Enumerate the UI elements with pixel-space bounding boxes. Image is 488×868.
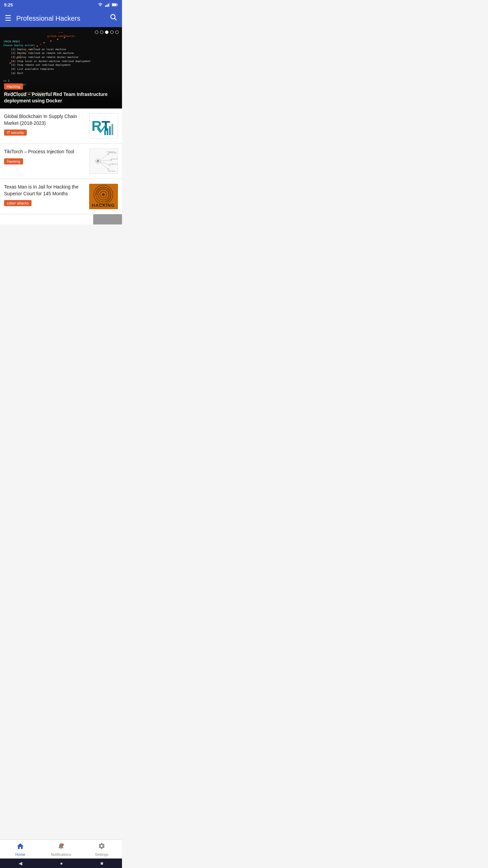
svg-rect-25 [104, 130, 106, 135]
svg-line-33 [100, 162, 109, 164]
article-tag-1: IT security [4, 130, 27, 136]
article-item-3[interactable]: Texas Man is in Jail for Hacking the Sup… [0, 179, 122, 214]
hacking-thumb-icon: HACKING [89, 184, 118, 209]
hero-dots [95, 31, 119, 34]
hero-title: RedCloud – Powerful Red Team Infrastruct… [4, 91, 118, 104]
svg-text:HACKING: HACKING [92, 203, 115, 208]
svg-line-32 [100, 160, 111, 161]
article-title-2: TikiTorch – Process Injection Tool [4, 149, 86, 155]
article-item-1[interactable]: Global Blockchain In Supply Chain Market… [0, 108, 122, 144]
dot-3 [105, 31, 108, 34]
signal-icon [105, 3, 110, 7]
battery-icon [112, 3, 118, 6]
svg-text:5 reg reads: 5 reg reads [111, 158, 118, 160]
svg-rect-26 [106, 128, 108, 135]
article-tag-2: Hacking [4, 158, 23, 164]
svg-rect-3 [109, 3, 110, 7]
svg-rect-27 [109, 126, 111, 135]
status-icons [98, 3, 118, 7]
svg-line-34 [100, 163, 108, 169]
svg-rect-5 [112, 4, 116, 6]
svg-rect-2 [108, 4, 109, 7]
app-title: Professional Hackers [16, 15, 110, 22]
app-bar: ☰ Professional Hackers [0, 9, 122, 27]
search-button[interactable] [110, 14, 117, 23]
hero-overlay: Hacking RedCloud – Powerful Red Team Inf… [0, 80, 122, 108]
status-bar: 5:25 [0, 0, 122, 9]
article-title-3: Texas Man is in Jail for Hacking the Sup… [4, 184, 86, 197]
tikitorch-diagram-icon: 10 File reads 5 reg reads 1 LAN access 1… [89, 149, 118, 174]
article-title-1: Global Blockchain In Supply Chain Market… [4, 113, 86, 126]
status-time: 5:25 [4, 2, 13, 7]
article-item-2[interactable]: TikiTorch – Process Injection Tool Hacki… [0, 144, 122, 179]
svg-rect-0 [105, 5, 106, 7]
svg-point-38 [107, 169, 109, 170]
hero-tag: Hacking [4, 83, 23, 90]
article-text-2: TikiTorch – Process Injection Tool Hacki… [4, 149, 86, 164]
svg-point-51 [102, 193, 105, 196]
svg-text:1 LAN access: 1 LAN access [110, 163, 118, 165]
svg-rect-6 [117, 4, 118, 5]
menu-button[interactable]: ☰ [5, 15, 12, 22]
article-tag-3: cyber attacks [4, 200, 32, 206]
dot-4 [110, 31, 114, 34]
article-text-1: Global Blockchain In Supply Chain Market… [4, 113, 86, 136]
partial-item-thumb [93, 214, 122, 224]
svg-rect-1 [106, 5, 107, 7]
article-list: Global Blockchain In Supply Chain Market… [0, 108, 122, 224]
svg-rect-28 [111, 124, 113, 135]
dot-1 [95, 31, 98, 34]
dot-2 [100, 31, 103, 34]
dot-5 [115, 31, 119, 34]
svg-text:1 File writes: 1 File writes [108, 170, 115, 172]
article-thumb-3: HACKING [89, 184, 118, 209]
hero-banner[interactable]: ~~~github.com/khast3x [MAIN MENU] Choose… [0, 27, 122, 108]
rt-logo-icon: R T [90, 114, 117, 138]
wifi-icon [98, 3, 103, 7]
article-thumb-1: R T [89, 113, 118, 139]
svg-text:7 connections: 7 connections [106, 151, 115, 153]
article-text-3: Texas Man is in Jail for Hacking the Sup… [4, 184, 86, 206]
svg-line-8 [115, 18, 116, 20]
svg-line-31 [100, 154, 108, 160]
svg-rect-45 [98, 161, 99, 162]
article-thumb-2: 10 File reads 5 reg reads 1 LAN access 1… [89, 149, 118, 174]
